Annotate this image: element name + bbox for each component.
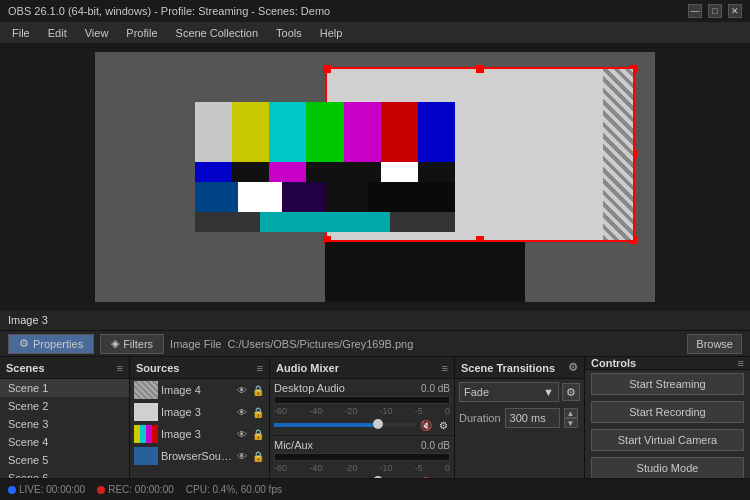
lock-icon-3[interactable]: 🔒 xyxy=(251,427,265,441)
source-thumb-browser xyxy=(134,447,158,465)
controls-header-icon[interactable]: ≡ xyxy=(738,357,744,369)
scene-item-5[interactable]: Scene 5 xyxy=(0,451,129,469)
titlebar: OBS 26.1.0 (64-bit, windows) - Profile: … xyxy=(0,0,750,22)
cb-yellow xyxy=(232,102,269,162)
preview-area xyxy=(0,44,750,309)
desktop-audio-controls: 🔇 ⚙ xyxy=(274,418,450,432)
title-text: OBS 26.1.0 (64-bit, windows) - Profile: … xyxy=(8,5,330,17)
visibility-icon-2[interactable]: 👁 xyxy=(235,405,249,419)
duration-row: Duration 300 ms ▲ ▼ xyxy=(455,405,584,431)
menu-scene-collection[interactable]: Scene Collection xyxy=(168,25,267,41)
menubar: File Edit View Profile Scene Collection … xyxy=(0,22,750,44)
black-box xyxy=(325,242,525,302)
color-bars-top xyxy=(195,102,455,162)
duration-up-button[interactable]: ▲ xyxy=(564,408,578,418)
studio-mode-button[interactable]: Studio Mode xyxy=(591,457,744,479)
maximize-button[interactable]: □ xyxy=(708,4,722,18)
source-info-bar: Image 3 xyxy=(0,309,750,331)
cb-grey xyxy=(195,102,232,162)
source-item-2[interactable]: Image 3 👁 🔒 xyxy=(130,401,269,423)
close-button[interactable]: ✕ xyxy=(728,4,742,18)
filters-button[interactable]: ◈ Filters xyxy=(100,334,164,354)
statusbar: LIVE: 00:00:00 REC: 00:00:00 CPU: 0.4%, … xyxy=(0,478,750,500)
transition-settings-button[interactable]: ⚙ xyxy=(562,383,580,401)
sources-header-icon[interactable]: ≡ xyxy=(257,362,263,374)
audio-header: Audio Mixer ≡ xyxy=(270,357,454,379)
lock-icon-2[interactable]: 🔒 xyxy=(251,405,265,419)
handle-tm[interactable] xyxy=(476,65,484,73)
cb-blue xyxy=(418,102,455,162)
scene-item-1[interactable]: Scene 1 xyxy=(0,379,129,397)
visibility-icon-3[interactable]: 👁 xyxy=(235,427,249,441)
source-icons-1: 👁 🔒 xyxy=(235,383,265,397)
gear-icon: ⚙ xyxy=(19,337,29,350)
source-thumb-image4 xyxy=(134,381,158,399)
transitions-header-icon[interactable]: ⚙ xyxy=(568,361,578,374)
live-status: LIVE: 00:00:00 xyxy=(8,484,85,495)
properties-button[interactable]: ⚙ Properties xyxy=(8,334,94,354)
visibility-icon-4[interactable]: 👁 xyxy=(235,449,249,463)
cb-magenta xyxy=(344,102,381,162)
start-virtual-camera-button[interactable]: Start Virtual Camera xyxy=(591,429,744,451)
menu-profile[interactable]: Profile xyxy=(118,25,165,41)
handle-tr[interactable] xyxy=(629,65,637,73)
scenes-header-icon[interactable]: ≡ xyxy=(117,362,123,374)
desktop-slider-handle xyxy=(373,419,383,429)
scenes-list: Scene 1 Scene 2 Scene 3 Scene 4 Scene 5 … xyxy=(0,379,129,488)
mic-audio-db: 0.0 dB xyxy=(421,440,450,451)
start-streaming-button[interactable]: Start Streaming xyxy=(591,373,744,395)
source-item-3[interactable]: Image 3 👁 🔒 xyxy=(130,423,269,445)
scene-item-2[interactable]: Scene 2 xyxy=(0,397,129,415)
rec-dot xyxy=(97,486,105,494)
sources-list: Image 4 👁 🔒 Image 3 👁 🔒 Image 3 👁 xyxy=(130,379,269,488)
transition-type-select[interactable]: Fade ▼ xyxy=(459,382,559,402)
titlebar-controls: — □ ✕ xyxy=(688,4,742,18)
desktop-mute-button[interactable]: 🔇 xyxy=(419,418,433,432)
duration-label: Duration xyxy=(459,412,501,424)
source-item-4[interactable]: BrowserSource 👁 🔒 xyxy=(130,445,269,467)
menu-file[interactable]: File xyxy=(4,25,38,41)
rec-status: REC: 00:00:00 xyxy=(97,484,174,495)
handle-mr[interactable] xyxy=(629,150,637,158)
lock-icon-4[interactable]: 🔒 xyxy=(251,449,265,463)
scene-item-3[interactable]: Scene 3 xyxy=(0,415,129,433)
duration-down-button[interactable]: ▼ xyxy=(564,418,578,428)
audio-channel-desktop: Desktop Audio 0.0 dB -60-40-20-10-50 🔇 ⚙ xyxy=(270,379,454,436)
source-name-3: Image 3 xyxy=(161,428,232,440)
menu-edit[interactable]: Edit xyxy=(40,25,75,41)
source-icons-3: 👁 🔒 xyxy=(235,427,265,441)
lock-icon-1[interactable]: 🔒 xyxy=(251,383,265,397)
source-name-1: Image 4 xyxy=(161,384,232,396)
menu-tools[interactable]: Tools xyxy=(268,25,310,41)
cb-cyan xyxy=(269,102,306,162)
duration-input[interactable]: 300 ms xyxy=(505,408,560,428)
visibility-icon-1[interactable]: 👁 xyxy=(235,383,249,397)
start-recording-button[interactable]: Start Recording xyxy=(591,401,744,423)
handle-tl[interactable] xyxy=(323,65,331,73)
desktop-volume-slider[interactable] xyxy=(274,423,416,427)
scene-item-4[interactable]: Scene 4 xyxy=(0,433,129,451)
source-name-2: Image 3 xyxy=(161,406,232,418)
desktop-audio-db: 0.0 dB xyxy=(421,383,450,394)
sources-header: Sources ≡ xyxy=(130,357,269,379)
chevron-down-icon: ▼ xyxy=(543,386,554,398)
canvas-preview[interactable] xyxy=(95,52,655,302)
filter-icon: ◈ xyxy=(111,337,119,350)
menu-view[interactable]: View xyxy=(77,25,117,41)
menu-help[interactable]: Help xyxy=(312,25,351,41)
transitions-header: Scene Transitions ⚙ xyxy=(455,357,584,379)
file-path: C:/Users/OBS/Pictures/Grey169B.png xyxy=(227,338,681,350)
handle-br[interactable] xyxy=(629,236,637,244)
source-icons-4: 👁 🔒 xyxy=(235,449,265,463)
desktop-cog-button[interactable]: ⚙ xyxy=(436,418,450,432)
source-icons-2: 👁 🔒 xyxy=(235,405,265,419)
cb-green xyxy=(306,102,343,162)
controls-header: Controls ≡ xyxy=(585,357,750,370)
cb-red xyxy=(381,102,418,162)
audio-header-icon[interactable]: ≡ xyxy=(442,362,448,374)
browse-button[interactable]: Browse xyxy=(687,334,742,354)
duration-arrows: ▲ ▼ xyxy=(564,408,578,428)
minimize-button[interactable]: — xyxy=(688,4,702,18)
source-item-1[interactable]: Image 4 👁 🔒 xyxy=(130,379,269,401)
color-bars-bottom xyxy=(195,162,455,182)
